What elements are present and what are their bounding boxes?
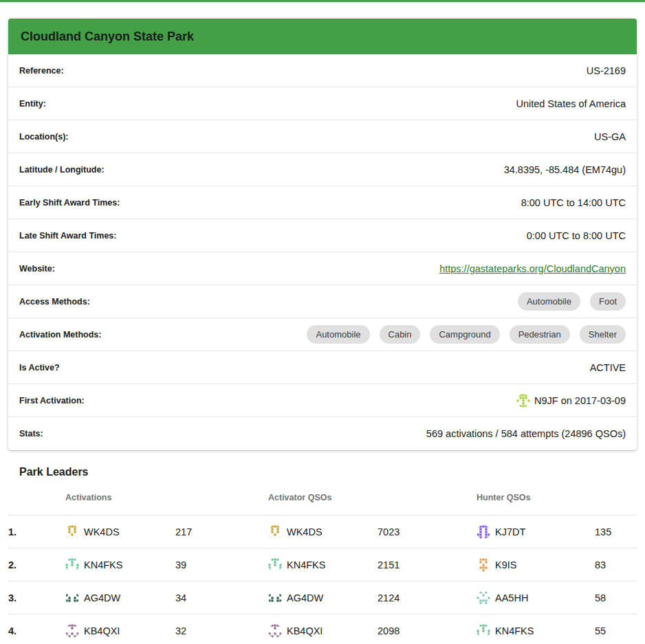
leader-row: 3. AG4DW 34 AG4DW 2124 AA5HH 58 [8,581,637,614]
leaders-header-activator-qsos-count [378,482,477,515]
leaders-header-hunter-qsos: Hunter QSOs [477,482,595,515]
detail-row: Reference: US-2169 [8,54,637,87]
leader-callsign: WK4DS [84,526,120,537]
identicon-avatar [268,525,282,539]
leader-hunter-qsos-callsign: K9IS [477,548,595,581]
leader-callsign: AG4DW [84,592,120,603]
detail-value: N9JF on 2017-03-09 [516,394,626,408]
leader-activator-qsos-callsign: AG4DW [268,581,378,614]
detail-label: First Activation: [19,396,96,406]
leader-hunter-qsos-count: 58 [595,581,637,614]
website-link[interactable]: https://gastateparks.org/CloudlandCanyon [439,263,626,274]
leader-activations-callsign: KN4FKS [65,548,175,581]
top-accent-bar [0,0,645,2]
method-chip: Pedestrian [510,325,570,344]
identicon-avatar [65,591,79,605]
detail-value: 34.8395, -85.484 (EM74gu) [504,164,626,175]
leader-activator-qsos-count: 2124 [378,581,477,614]
leader-rank: 3. [8,581,65,614]
leader-row: 1. WK4DS 217 WK4DS 7023 KJ7DT 135 [8,515,637,548]
detail-label: Website: [19,264,66,274]
leader-hunter-qsos-count: 135 [595,515,637,548]
leader-callsign: KB4QXI [287,625,322,636]
leaders-header-rank [8,482,65,515]
detail-value: 569 activations / 584 attempts (24896 QS… [426,428,626,439]
leader-activations-count: 39 [175,548,268,581]
leader-activator-qsos-callsign: KN4FKS [268,548,378,581]
leader-rank: 2. [8,548,65,581]
leaders-header-activator-qsos: Activator QSOs [268,482,378,515]
park-details-list: Reference: US-2169 Entity: United States… [8,54,637,450]
leader-row: 4. KB4QXI 32 KB4QXI 2098 KN4FKS 55 [8,614,637,644]
identicon-avatar [477,624,490,638]
leader-activator-qsos-callsign: KB4QXI [268,614,378,644]
identicon-avatar [268,624,282,638]
identicon-avatar [65,558,79,572]
identicon-avatar [477,525,490,539]
method-chip: Foot [590,292,626,311]
park-leaders-heading: Park Leaders [19,465,645,479]
leader-callsign: KJ7DT [495,526,525,537]
detail-label: Access Methods: [19,297,101,307]
detail-row: Latitude / Longitude: 34.8395, -85.484 (… [8,153,637,186]
leader-activations-callsign: AG4DW [65,581,175,614]
leader-hunter-qsos-callsign: KN4FKS [477,614,595,644]
method-chip: Campground [430,325,499,344]
leader-activations-count: 32 [175,614,268,644]
leader-callsign: WK4DS [287,526,322,537]
identicon-avatar [516,394,530,408]
leader-activations-callsign: KB4QXI [65,614,175,644]
leader-callsign: KN4FKS [84,559,122,570]
identicon-avatar [65,624,79,638]
first-activation-text: N9JF on 2017-03-09 [534,395,626,406]
leaders-header-hunter-qsos-count [595,482,637,515]
leader-rank: 4. [8,614,65,644]
leader-callsign: AG4DW [287,592,323,603]
identicon-avatar [65,525,79,539]
detail-label: Late Shift Award Times: [19,231,127,241]
detail-value: 0:00 UTC to 8:00 UTC [527,230,626,241]
leader-callsign: KN4FKS [287,559,325,570]
identicon-avatar [268,591,282,605]
identicon-avatar [268,558,282,572]
detail-row: Late Shift Award Times: 0:00 UTC to 8:00… [8,219,637,252]
detail-row: Location(s): US-GA [8,120,637,153]
leaders-header-row: Activations Activator QSOs Hunter QSOs [8,482,637,515]
leader-hunter-qsos-callsign: AA5HH [477,581,595,614]
method-chip: Cabin [380,325,421,344]
leader-activator-qsos-count: 2151 [378,548,477,581]
leader-row: 2. KN4FKS 39 KN4FKS 2151 K9IS 83 [8,548,637,581]
leader-callsign: KN4FKS [495,625,534,636]
detail-label: Latitude / Longitude: [19,165,116,175]
leader-rank: 1. [8,515,65,548]
method-chip: Automobile [518,292,580,311]
detail-value: AutomobileFoot [512,292,626,311]
leader-callsign: K9IS [495,559,516,570]
detail-row: First Activation: N9JF on 2017-03-09 [8,384,637,417]
detail-label: Early Shift Award Times: [19,198,131,208]
park-title: Cloudland Canyon State Park [8,19,637,54]
detail-value: US-GA [594,131,626,142]
identicon-avatar [477,558,490,572]
detail-label: Is Active? [19,363,71,373]
leaders-header-activations-count [175,482,268,515]
leader-callsign: AA5HH [495,592,528,603]
leader-activations-count: 34 [175,581,268,614]
leader-activator-qsos-count: 7023 [378,515,477,548]
detail-label: Entity: [19,99,57,109]
leader-hunter-qsos-count: 55 [595,614,637,644]
leader-activations-callsign: WK4DS [65,515,175,548]
leader-hunter-qsos-callsign: KJ7DT [477,515,595,548]
method-chip: Automobile [307,325,369,344]
method-chip: Shelter [580,325,626,344]
leader-activations-count: 217 [175,515,268,548]
detail-row: Activation Methods: AutomobileCabinCampg… [8,318,637,351]
detail-row: Entity: United States of America [8,87,637,120]
leader-activator-qsos-callsign: WK4DS [268,515,378,548]
detail-label: Stats: [19,429,54,438]
detail-value: US-2169 [587,65,626,76]
detail-value: AutomobileCabinCampgroundPedestrianShelt… [301,325,626,344]
park-leaders-table: Activations Activator QSOs Hunter QSOs 1… [8,482,637,644]
leader-activator-qsos-count: 2098 [378,614,477,644]
leaders-header-activations: Activations [65,482,175,515]
